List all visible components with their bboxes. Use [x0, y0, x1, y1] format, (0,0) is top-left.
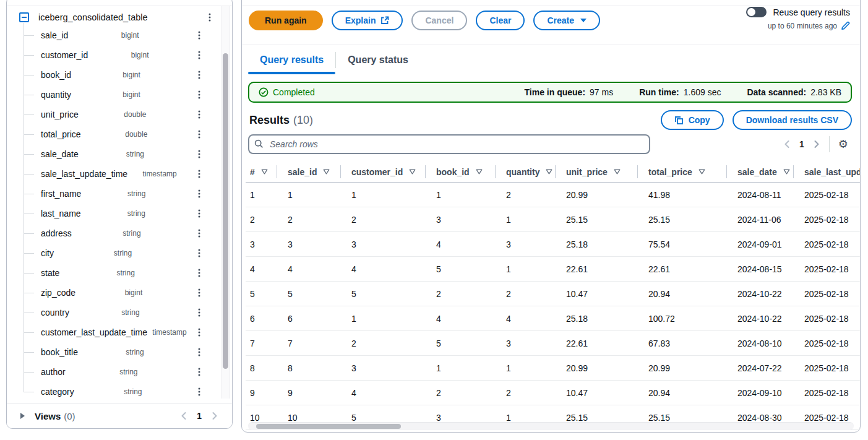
sidebar-column-row: zip_code bigint	[7, 283, 221, 303]
run-again-button[interactable]: Run again	[249, 11, 323, 30]
column-header[interactable]: total_price	[637, 162, 726, 182]
column-header[interactable]: book_id	[425, 162, 495, 182]
next-page-icon[interactable]	[813, 140, 820, 149]
table-cell: 4	[246, 264, 277, 274]
column-header[interactable]: #	[246, 162, 277, 182]
reuse-results-toggle[interactable]	[746, 7, 767, 17]
table-cell: 3	[495, 239, 555, 249]
external-link-icon	[380, 16, 389, 25]
kebab-menu-icon[interactable]	[198, 268, 207, 278]
sidebar-column-row: quantity bigint	[7, 85, 221, 105]
kebab-menu-icon[interactable]	[198, 288, 207, 298]
table-cell: 7	[277, 339, 340, 348]
kebab-menu-icon[interactable]	[198, 248, 207, 258]
sort-filter-icon[interactable]	[783, 169, 790, 175]
kebab-menu-icon[interactable]	[198, 209, 207, 218]
column-header[interactable]: quantity	[495, 162, 555, 182]
column-header[interactable]: sale_last_update_time	[793, 162, 860, 182]
sidebar-column-row: book_id bigint	[7, 65, 221, 85]
table-cell: 3	[495, 339, 555, 348]
search-row: 1 ⚙	[248, 134, 848, 154]
sidebar-column-row: customer_last_update_time timestamp	[7, 322, 221, 342]
kebab-menu-icon[interactable]	[208, 12, 217, 22]
column-type: string	[119, 368, 144, 376]
check-circle-icon	[259, 87, 269, 97]
cancel-button[interactable]: Cancel	[411, 11, 467, 30]
table-cell: 3	[340, 363, 425, 373]
table-cell: 1	[246, 190, 277, 200]
table-cell: 2025-02-18	[793, 413, 860, 423]
kebab-menu-icon[interactable]	[198, 129, 207, 139]
sort-filter-icon[interactable]	[409, 169, 416, 175]
caret-right-icon[interactable]	[20, 413, 25, 419]
table-cell: 25.18	[555, 314, 637, 324]
metric-time-in-queue: Time in queue:97 ms	[525, 87, 614, 97]
divider	[829, 136, 830, 152]
table-cell: 25.15	[637, 413, 726, 423]
sidebar-scrollbar-thumb[interactable]	[223, 53, 228, 369]
column-header[interactable]: customer_id	[340, 162, 425, 182]
sort-filter-icon[interactable]	[323, 169, 330, 175]
prev-page-icon[interactable]	[180, 412, 187, 420]
kebab-menu-icon[interactable]	[198, 50, 207, 60]
sidebar-column-row: category string	[7, 382, 221, 402]
kebab-menu-icon[interactable]	[198, 70, 207, 80]
kebab-menu-icon[interactable]	[198, 347, 207, 357]
horizontal-scrollbar-thumb[interactable]	[256, 424, 401, 429]
table-cell: 9	[277, 388, 340, 398]
sort-filter-icon[interactable]	[614, 169, 621, 175]
edit-pencil-icon[interactable]	[841, 21, 850, 30]
search-rows-input[interactable]	[248, 134, 650, 154]
table-cell: 2	[495, 190, 555, 200]
status-text: Completed	[273, 87, 315, 97]
next-page-icon[interactable]	[211, 412, 218, 420]
kebab-menu-icon[interactable]	[198, 387, 207, 397]
table-cell: 2	[277, 215, 340, 225]
kebab-menu-icon[interactable]	[198, 90, 207, 100]
kebab-menu-icon[interactable]	[198, 169, 207, 179]
table-cell: 2025-02-18	[793, 314, 860, 324]
column-name: category	[41, 387, 74, 397]
table-row: 4445122.6122.612024-08-152025-02-18	[246, 257, 860, 282]
table-tree-header[interactable]: iceberg_consolidated_table	[7, 7, 232, 28]
kebab-menu-icon[interactable]	[198, 189, 207, 199]
tab-query-results[interactable]: Query results	[248, 45, 335, 74]
sidebar-scrollbar-track[interactable]	[221, 6, 230, 399]
column-type: bigint	[121, 31, 145, 40]
download-csv-button[interactable]: Download results CSV	[733, 110, 852, 130]
sidebar-column-row: last_name string	[7, 204, 221, 223]
gear-icon[interactable]: ⚙	[838, 139, 848, 150]
sort-filter-icon[interactable]	[261, 169, 268, 175]
table-cell: 3	[425, 413, 495, 423]
table-cell: 4	[495, 314, 555, 324]
horizontal-scrollbar-track[interactable]	[248, 422, 854, 430]
column-type: string	[127, 189, 152, 198]
table-cell: 8	[246, 363, 277, 373]
column-header[interactable]: sale_date	[726, 162, 793, 182]
kebab-menu-icon[interactable]	[198, 228, 207, 238]
kebab-menu-icon[interactable]	[198, 30, 207, 40]
sort-filter-icon[interactable]	[476, 169, 483, 175]
table-row: 7725322.6167.832024-08-102025-02-18	[246, 331, 860, 356]
tab-query-status[interactable]: Query status	[336, 45, 420, 74]
clear-button[interactable]: Clear	[476, 11, 525, 30]
explain-label: Explain	[345, 15, 376, 25]
explain-button[interactable]: Explain	[332, 11, 403, 30]
kebab-menu-icon[interactable]	[198, 110, 207, 119]
copy-button[interactable]: Copy	[661, 110, 724, 130]
kebab-menu-icon[interactable]	[198, 149, 207, 159]
kebab-menu-icon[interactable]	[198, 308, 207, 317]
sort-filter-icon[interactable]	[546, 169, 552, 175]
prev-page-icon[interactable]	[783, 140, 791, 149]
create-button[interactable]: Create	[533, 11, 600, 30]
column-header[interactable]: sale_id	[277, 162, 340, 182]
kebab-menu-icon[interactable]	[198, 367, 207, 377]
table-cell: 20.99	[555, 190, 637, 200]
schema-sidebar: iceberg_consolidated_table sale_id bigin…	[6, 0, 233, 429]
kebab-menu-icon[interactable]	[198, 327, 207, 337]
column-name: address	[41, 228, 72, 238]
column-header[interactable]: unit_price	[555, 162, 637, 182]
collapse-expander-icon[interactable]	[19, 12, 29, 22]
results-header: Results (10) Copy Download results CSV	[249, 110, 852, 131]
sort-filter-icon[interactable]	[698, 169, 705, 175]
